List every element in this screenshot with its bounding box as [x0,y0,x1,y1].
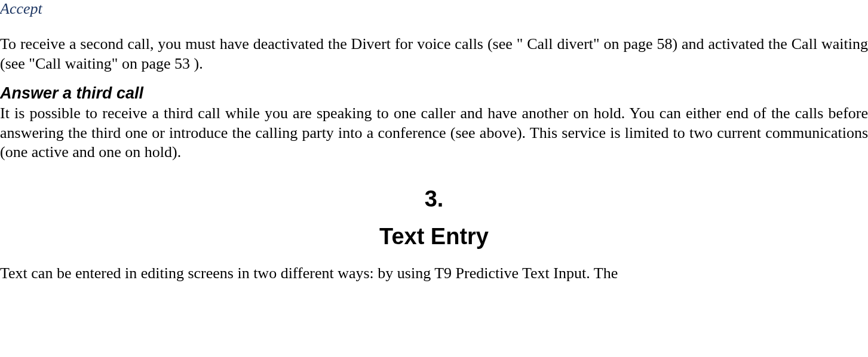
accept-heading: Accept [0,0,868,18]
chapter-number: 3. [0,186,868,212]
third-call-paragraph: It is possible to receive a third call w… [0,104,868,162]
third-call-heading: Answer a third call [0,84,868,103]
chapter-title: Text Entry [0,224,868,250]
text-entry-paragraph: Text can be entered in editing screens i… [0,264,868,284]
accept-paragraph: To receive a second call, you must have … [0,35,868,73]
document-page: Accept To receive a second call, you mus… [0,0,868,283]
